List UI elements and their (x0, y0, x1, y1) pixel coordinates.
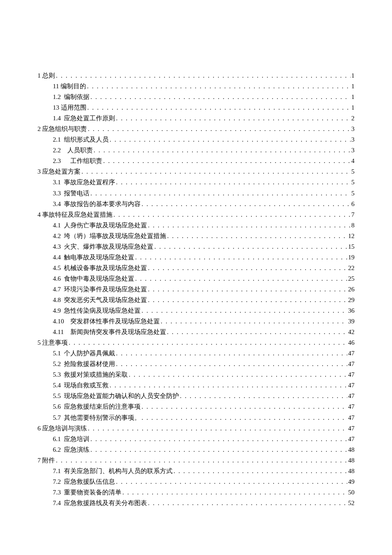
document-page: 1 总则111 编制目的11.2 编制依据113 适用范围11.4 应急处置工作… (0, 0, 392, 555)
toc-title: 报警电话 (64, 188, 89, 199)
toc-leader-dots (90, 92, 350, 102)
toc-entry: 4.3 火灾、爆炸事故及现场应急处置15 (37, 241, 355, 252)
toc-entry: 4.7 环境污染事件及现场应急处置26 (37, 284, 355, 295)
toc-page-number: 1 (352, 70, 355, 81)
toc-page-number: 29 (348, 295, 355, 305)
toc-title: 现场自救或互救 (64, 380, 109, 391)
toc-title: 突发群体性事件及现场应急处置 (70, 316, 160, 327)
toc-leader-dots (116, 113, 350, 124)
toc-leader-dots (90, 188, 350, 199)
toc-number: 6 (37, 423, 41, 434)
toc-gap (61, 273, 64, 284)
toc-page-number: 3 (352, 145, 355, 156)
toc-entry: 7 附件48 (37, 455, 355, 466)
toc-entry: 6 应急培训与演练47 (37, 423, 355, 434)
toc-gap (61, 487, 64, 498)
toc-entry: 7.4 应急救援路线及有关分布图表52 (37, 498, 355, 509)
toc-page-number: 47 (348, 434, 355, 445)
toc-entry: 5.6 应急救援结束后的注意事项47 (37, 401, 355, 412)
toc-page-number: 3 (352, 124, 355, 134)
toc-gap (61, 466, 64, 477)
toc-page-number: 15 (348, 241, 355, 252)
toc-gap (61, 92, 64, 102)
toc-leader-dots (56, 455, 347, 466)
toc-leader-dots (110, 380, 347, 391)
toc-number: 7.2 (53, 477, 61, 487)
toc-gap (61, 380, 64, 391)
toc-number: 5 (37, 337, 41, 348)
toc-title: 抢险救援器材使用 (64, 359, 115, 369)
toc-number: 4.3 (53, 241, 61, 252)
toc-entry: 4.1 人身伤亡事故及现场应急处置8 (37, 220, 355, 231)
toc-leader-dots (56, 70, 350, 81)
toc-gap (61, 284, 64, 295)
toc-number: 3.4 (53, 199, 61, 209)
toc-title: 事故特征及应急处置措施 (42, 209, 112, 220)
toc-gap (61, 295, 64, 305)
toc-page-number: 1 (352, 92, 355, 102)
toc-number: 4.4 (53, 252, 61, 263)
toc-title: 应急培训 (64, 434, 89, 445)
toc-title: 垮（坍）塌事故及现场应急处置措施 (64, 231, 166, 241)
toc-page-number: 47 (348, 359, 355, 369)
toc-title: 适用范围 (61, 102, 86, 113)
toc-title: 救援对策或措施的采取 (64, 369, 128, 380)
toc-leader-dots (148, 220, 350, 231)
toc-number: 7.3 (53, 487, 61, 498)
toc-leader-dots (161, 316, 347, 327)
toc-page-number: 7 (352, 209, 355, 220)
toc-entry: 7.1 有关应急部门、机构与人员的联系方式48 (37, 466, 355, 477)
toc-title: 应急演练 (64, 445, 89, 455)
toc-entry: 5.2 抢险救援器材使用47 (37, 359, 355, 369)
toc-leader-dots (116, 477, 347, 487)
toc-number: 5.4 (53, 380, 61, 391)
toc-title: 触电事故及现场应急处置 (64, 252, 134, 263)
toc-gap (61, 401, 64, 412)
toc-number: 6.2 (53, 445, 61, 455)
toc-gap (61, 413, 64, 423)
toc-gap (61, 113, 64, 124)
toc-number: 3.1 (53, 177, 61, 188)
toc-number: 4.1 (53, 220, 61, 231)
toc-page-number: 2 (352, 113, 355, 124)
toc-number: 4.2 (53, 231, 61, 241)
toc-page-number: 12 (348, 231, 355, 241)
toc-entry: 13 适用范围1 (37, 102, 355, 113)
toc-leader-dots (148, 284, 347, 295)
toc-number: 13 (53, 102, 59, 113)
toc-number: 7.1 (53, 466, 61, 477)
toc-leader-dots (148, 263, 347, 273)
toc-entry: 7.3 重要物资装备的清单50 (37, 487, 355, 498)
toc-gap (61, 241, 64, 252)
toc-title: 其他需要特别警示的事项。 (64, 413, 141, 423)
toc-leader-dots (88, 124, 350, 134)
toc-leader-dots (87, 81, 350, 92)
toc-page-number: 22 (348, 263, 355, 273)
toc-gap (64, 316, 70, 327)
toc-entry: 5.1 个人防护器具佩戴47 (37, 348, 355, 359)
toc-title: 机械设备事故及现场应急处置 (64, 263, 147, 273)
toc-leader-dots (90, 434, 347, 445)
toc-page-number: 48 (348, 445, 355, 455)
toc-number: 4.8 (53, 295, 61, 305)
toc-page-number: 1 (352, 102, 355, 113)
toc-title: 总则 (42, 70, 55, 81)
toc-gap (61, 177, 64, 188)
toc-title: 应急培训与演练 (42, 423, 87, 434)
toc-leader-dots (88, 423, 347, 434)
toc-page-number: 47 (348, 401, 355, 412)
toc-entry: 4.6 食物中毒及现场应急处置25 (37, 273, 355, 284)
toc-gap (61, 391, 64, 401)
toc-entry: 2 应急组织与职责3 (37, 124, 355, 134)
toc-gap (61, 359, 64, 369)
toc-title: 附件 (42, 455, 55, 466)
toc-leader-dots (116, 359, 347, 369)
toc-page-number: 26 (348, 284, 355, 295)
toc-leader-dots (180, 391, 347, 401)
toc-title: 应急处置方案 (42, 166, 81, 177)
toc-title: 人身伤亡事故及现场应急处置 (64, 220, 147, 231)
toc-title: 注意事项 (42, 337, 68, 348)
toc-page-number: 39 (348, 316, 355, 327)
toc-gap (61, 263, 64, 273)
toc-entry: 4.4 触电事故及现场应急处置19 (37, 252, 355, 263)
